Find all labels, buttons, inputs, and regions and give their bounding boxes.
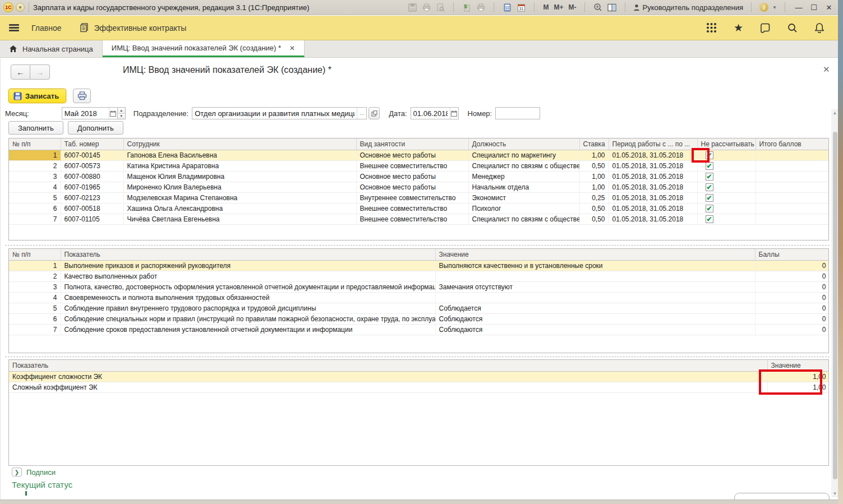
table-row[interactable]: 4 6007-01965 Мироненко Юлия Валерьевна О… xyxy=(9,182,829,192)
calculator-icon[interactable] xyxy=(502,2,512,12)
table-row[interactable]: 3 Полнота, качество, достоверность оформ… xyxy=(9,281,829,292)
row-number[interactable]: 2 xyxy=(9,160,61,171)
checkbox-checked-icon[interactable]: ✔ xyxy=(706,162,713,170)
rate-cell[interactable]: 1,00 xyxy=(579,150,609,160)
points-cell[interactable]: 0 xyxy=(755,271,829,281)
column-header[interactable]: Показатель xyxy=(9,360,767,371)
period-cell[interactable]: 01.05.2018, 31.05.2018 xyxy=(609,182,697,192)
search-icon[interactable] xyxy=(787,23,798,33)
row-number[interactable]: 6 xyxy=(9,313,61,324)
value-cell[interactable]: Выполняются качественно и в установленны… xyxy=(435,260,755,271)
table-row[interactable]: 5 Соблюдение правил внутреннего трудовог… xyxy=(9,303,829,313)
column-header[interactable]: Должность xyxy=(468,138,579,150)
table-row[interactable]: 6 Соблюдение специальных норм и правил (… xyxy=(9,313,829,324)
employee-cell[interactable]: Модзелевская Марина Степановна xyxy=(123,192,356,203)
tab-close-icon[interactable]: ✕ xyxy=(289,44,295,52)
points-cell[interactable]: 0 xyxy=(755,260,829,271)
points-cell[interactable]: 0 xyxy=(755,292,829,303)
rate-cell[interactable]: 0,50 xyxy=(579,203,609,214)
signatures-link[interactable]: Подписи xyxy=(26,468,56,477)
tab-imc-document[interactable]: ИМЦ: Ввод значений показателей ЭК (созда… xyxy=(103,40,305,57)
signatures-expander-icon[interactable]: ❯ xyxy=(12,468,22,477)
not-calculate-cell[interactable]: ✔ xyxy=(697,171,756,182)
value-cell[interactable]: Соблюдаются xyxy=(435,313,755,324)
position-cell[interactable]: Экономист xyxy=(468,192,579,203)
tab-start-page[interactable]: Начальная страница xyxy=(0,40,103,57)
rate-cell[interactable]: 0,50 xyxy=(579,214,609,224)
row-number[interactable]: 6 xyxy=(9,203,61,214)
column-header[interactable]: Показатель xyxy=(61,249,435,260)
memory-plus-button[interactable]: М+ xyxy=(553,3,564,11)
tab-number-cell[interactable]: 6007-00145 xyxy=(61,150,123,160)
history-icon[interactable] xyxy=(760,22,771,33)
calendar-picker-icon[interactable] xyxy=(450,108,458,119)
rate-cell[interactable]: 0,25 xyxy=(579,192,609,203)
date-field[interactable] xyxy=(411,107,459,119)
number-field[interactable] xyxy=(495,107,540,119)
department-choose-button[interactable]: ... xyxy=(357,108,366,119)
checkbox-checked-icon[interactable]: ✔ xyxy=(706,205,713,212)
period-cell[interactable]: 01.05.2018, 31.05.2018 xyxy=(609,171,697,182)
not-calculate-cell[interactable]: ✔ xyxy=(697,182,756,192)
row-number[interactable]: 3 xyxy=(9,281,61,292)
table-row[interactable]: 3 6007-00880 Мащенок Юлия Владимировна О… xyxy=(9,171,829,182)
all-functions-grid-icon[interactable] xyxy=(706,22,717,33)
current-status-link[interactable]: Текущий статус xyxy=(12,480,72,489)
position-cell[interactable]: Специалист по связям с обществе... xyxy=(468,214,579,224)
rate-cell[interactable]: 1,00 xyxy=(579,171,609,182)
column-header[interactable]: № п/п xyxy=(9,249,61,260)
indicator-cell[interactable]: Соблюдение специальных норм и правил (ин… xyxy=(61,313,435,324)
employee-cell[interactable]: Мироненко Юлия Валерьевна xyxy=(123,182,356,192)
send-document-icon[interactable] xyxy=(476,2,486,12)
not-calculate-cell[interactable]: ✔ xyxy=(697,192,756,203)
minimize-button[interactable]: — xyxy=(793,3,804,12)
indicator-cell[interactable]: Качество выполненных работ xyxy=(61,271,435,281)
employee-cell[interactable]: Катина Кристина Араратовна xyxy=(123,160,356,171)
employment-type-cell[interactable]: Основное место работы xyxy=(356,171,468,182)
notifications-bell-icon[interactable] xyxy=(814,22,824,33)
column-header[interactable]: Период работы с ... по ... xyxy=(609,138,697,150)
month-input[interactable] xyxy=(62,108,109,118)
employee-cell[interactable]: Гапонова Елена Васильевна xyxy=(123,150,356,160)
column-header[interactable]: Таб. номер xyxy=(61,138,123,150)
department-open-button[interactable] xyxy=(368,107,380,119)
info-icon[interactable]: i xyxy=(759,3,768,12)
chevron-down-icon[interactable]: ▼ xyxy=(772,5,777,10)
table-row[interactable]: 6 6007-00518 Хашина Ольга Александровна … xyxy=(9,203,829,214)
table-row[interactable]: Сложный коэффициент ЭК 1,00 xyxy=(9,382,829,392)
scrollbar-thumb[interactable] xyxy=(833,132,837,479)
current-user[interactable]: Руководитель подразделения xyxy=(633,3,743,12)
table-row[interactable]: 1 Выполнение приказов и распоряжений рук… xyxy=(9,260,829,271)
sections-icon[interactable] xyxy=(80,23,89,33)
tab-number-cell[interactable]: 6007-01105 xyxy=(61,214,123,224)
split-window-icon[interactable] xyxy=(607,2,617,12)
checkbox-checked-icon[interactable]: ✔ xyxy=(706,215,713,223)
row-number[interactable]: 7 xyxy=(9,324,61,335)
row-number[interactable]: 1 xyxy=(9,150,61,160)
not-calculate-cell[interactable]: ✔ xyxy=(697,203,756,214)
close-button[interactable]: ✕ xyxy=(823,3,835,12)
tab-number-cell[interactable]: 6007-01965 xyxy=(61,182,123,192)
splitter[interactable] xyxy=(5,357,830,357)
indicator-cell[interactable]: Соблюдение правил внутреннего трудового … xyxy=(61,303,435,313)
points-cell[interactable]: 0 xyxy=(755,281,829,292)
calendar-icon[interactable]: 31 xyxy=(516,2,526,12)
menu-item-main[interactable]: Главное xyxy=(31,24,62,33)
position-cell[interactable]: Специалист по маркетингу xyxy=(468,150,579,160)
month-stepper[interactable]: ▲▼ xyxy=(118,107,126,119)
value-cell[interactable]: Замечания отсутствуют xyxy=(435,281,755,292)
splitter[interactable] xyxy=(5,245,830,246)
date-input[interactable] xyxy=(411,108,450,118)
table-row[interactable]: 4 Своевременность и полнота выполнения т… xyxy=(9,292,829,303)
indicator-cell[interactable]: Выполнение приказов и распоряжений руков… xyxy=(61,260,435,271)
indicator-cell[interactable]: Полнота, качество, достоверность оформле… xyxy=(61,281,435,292)
column-header[interactable]: № п/п xyxy=(9,138,61,150)
total-points-cell[interactable] xyxy=(756,150,829,160)
row-number[interactable]: 3 xyxy=(9,171,61,182)
points-cell[interactable]: 0 xyxy=(755,313,829,324)
table-row[interactable]: Коэффициент сложности ЭК 1,00 xyxy=(9,371,829,382)
period-cell[interactable]: 01.05.2018, 31.05.2018 xyxy=(609,192,697,203)
row-number[interactable]: 4 xyxy=(9,182,61,192)
row-number[interactable]: 4 xyxy=(9,292,61,303)
tab-number-cell[interactable]: 6007-00573 xyxy=(61,160,123,171)
